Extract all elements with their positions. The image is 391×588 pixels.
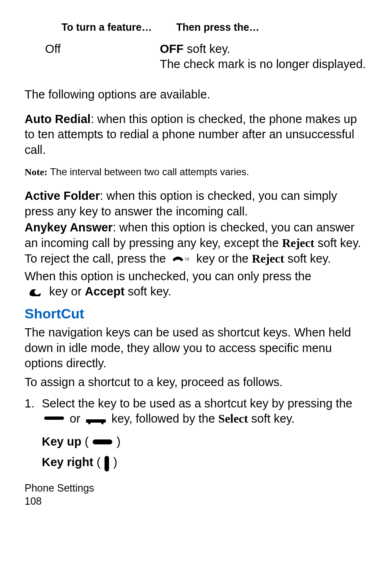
step1-t3: soft key.	[248, 412, 295, 425]
assign-intro: To assign a shortcut to a key, proceed a…	[25, 375, 366, 390]
step-1: 1. Select the key to be used as a shortc…	[25, 396, 366, 427]
anykey-t4: soft key.	[284, 252, 331, 265]
key-up-paren-open: (	[82, 435, 92, 448]
table-row-action: OFF soft key. The check mark is no longe…	[160, 41, 366, 72]
off-softkey-suffix: soft key.	[184, 42, 230, 55]
step-1-body: Select the key to be used as a shortcut …	[42, 396, 366, 427]
unchecked-t1: When this option is unchecked, you can o…	[25, 270, 311, 283]
reject-softkey2: Reject	[252, 252, 284, 265]
note-text: The interval between two call attempts v…	[48, 166, 249, 177]
key-right-paren-close: )	[110, 455, 117, 469]
svg-text:\①: \①	[185, 257, 190, 261]
table-row-feature: Off	[25, 41, 160, 72]
auto-redial-para: Auto Redial: when this option is checked…	[25, 112, 366, 158]
key-right-paren-open: (	[93, 455, 104, 469]
shortcut-heading: ShortCut	[25, 304, 366, 323]
shortcut-para: The navigation keys can be used as short…	[25, 325, 366, 371]
key-up-paren-close: )	[113, 435, 120, 448]
hangup-icon: \①	[171, 252, 191, 267]
key-up-line: Key up ( )	[42, 434, 366, 450]
table-row: Off OFF soft key. The check mark is no l…	[25, 41, 366, 72]
table-header-col2: Then press the…	[160, 21, 366, 34]
step-1-number: 1.	[25, 396, 42, 427]
key-up-icon	[93, 439, 112, 444]
step1-t1: Select the key to be used as a shortcut …	[42, 397, 352, 410]
note-label: Note:	[25, 167, 48, 177]
off-softkey-label: OFF	[160, 42, 184, 55]
off-description: The check mark is no longer displayed.	[160, 57, 366, 71]
key-right-line: Key right ( )	[42, 455, 366, 471]
options-intro: The following options are available.	[25, 87, 366, 103]
select-softkey-label: Select	[218, 412, 248, 425]
key-right-icon	[105, 456, 109, 471]
table-header: To turn a feature… Then press the…	[25, 21, 366, 34]
anykey-answer-para: Anykey Answer: when this option is check…	[25, 220, 366, 267]
note: Note: The interval between two call atte…	[25, 165, 366, 178]
footer: Phone Settings 108	[25, 481, 366, 508]
unchecked-para: When this option is unchecked, you can o…	[25, 269, 366, 300]
unchecked-t2: key or	[49, 285, 85, 298]
unchecked-t3: soft key.	[125, 285, 171, 298]
anykey-label: Anykey Answer	[25, 221, 113, 234]
accept-softkey-label: Accept	[85, 285, 125, 298]
anykey-t3: key or the	[196, 252, 252, 265]
page-number: 108	[25, 494, 366, 508]
footer-section: Phone Settings	[25, 481, 366, 495]
step1-or: or	[66, 412, 84, 425]
reject-softkey1: Reject	[282, 236, 314, 249]
active-folder-label: Active Folder	[25, 189, 100, 202]
key-right-label: Key right	[42, 455, 93, 469]
nav-up-icon	[44, 416, 64, 420]
call-icon	[25, 285, 46, 300]
active-folder-para: Active Folder: when this option is check…	[25, 188, 366, 219]
step1-t2: key, followed by the	[108, 412, 218, 425]
auto-redial-label: Auto Redial	[25, 112, 91, 126]
nav-down-icon	[86, 419, 106, 423]
key-up-label: Key up	[42, 435, 82, 448]
table-header-col1: To turn a feature…	[25, 21, 160, 34]
